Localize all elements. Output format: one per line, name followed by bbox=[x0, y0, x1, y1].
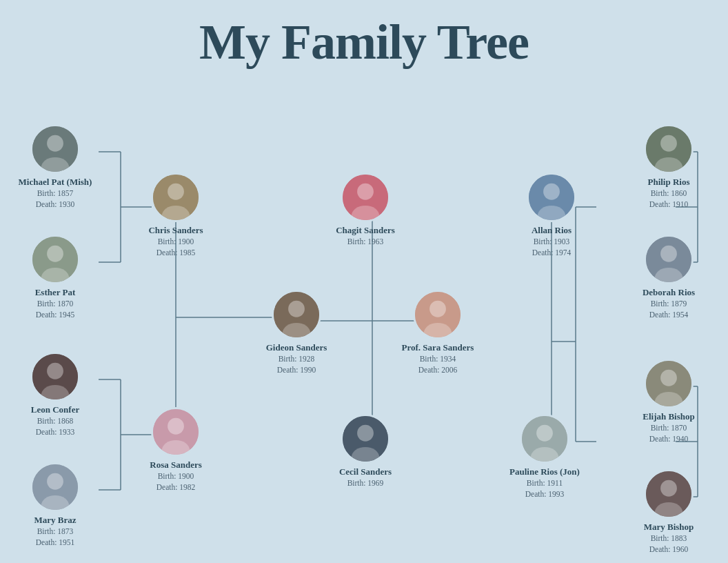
svg-point-34 bbox=[47, 135, 63, 152]
person-avatar bbox=[30, 235, 80, 284]
person-name: Cecil Sanders bbox=[339, 466, 392, 477]
person-avatar bbox=[644, 359, 694, 408]
person-info: Mary Braz Birth: 1873Death: 1951 bbox=[34, 515, 76, 548]
person-birth: Birth: 1900 bbox=[150, 471, 202, 482]
person-birth: Birth: 1911 bbox=[509, 477, 580, 488]
svg-point-46 bbox=[47, 473, 63, 490]
person-birth: Birth: 1934 bbox=[402, 353, 474, 364]
person-death: Death: 1945 bbox=[35, 309, 76, 320]
person-avatar bbox=[151, 172, 201, 222]
person-info: Chris Sanders Birth: 1900Death: 1985 bbox=[148, 225, 203, 258]
person-info: Rosa Sanders Birth: 1900Death: 1982 bbox=[150, 460, 202, 493]
person-philip: Philip Rios Birth: 1860Death: 1910 bbox=[627, 124, 710, 210]
person-mary_braz: Mary Braz Birth: 1873Death: 1951 bbox=[14, 462, 97, 548]
person-name: Mary Braz bbox=[34, 515, 76, 526]
person-name: Esther Pat bbox=[35, 287, 76, 298]
person-pauline: Pauline Rios (Jon) Birth: 1911Death: 199… bbox=[503, 414, 586, 500]
person-birth: Birth: 1969 bbox=[339, 477, 392, 488]
person-info: Chagit Sanders Birth: 1963 bbox=[336, 225, 395, 247]
person-info: Mary Bishop Birth: 1883Death: 1960 bbox=[644, 522, 694, 555]
person-info: Elijah Bishop Birth: 1870Death: 1940 bbox=[643, 411, 695, 444]
person-chris: Chris Sanders Birth: 1900Death: 1985 bbox=[134, 172, 217, 258]
person-death: Death: 1910 bbox=[647, 199, 689, 210]
person-esther: Esther Pat Birth: 1870Death: 1945 bbox=[14, 235, 97, 320]
person-avatar bbox=[644, 124, 694, 174]
person-info: Deborah Rios Birth: 1879Death: 1954 bbox=[643, 287, 695, 320]
person-avatar bbox=[272, 290, 321, 339]
person-info: Cecil Sanders Birth: 1969 bbox=[339, 466, 392, 488]
person-birth: Birth: 1903 bbox=[532, 236, 572, 247]
person-birth: Birth: 1963 bbox=[336, 236, 395, 247]
person-info: Leon Confer Birth: 1868Death: 1933 bbox=[31, 404, 79, 437]
person-name: Leon Confer bbox=[31, 404, 79, 415]
person-deborah: Deborah Rios Birth: 1879Death: 1954 bbox=[627, 235, 710, 320]
page-title: My Family Tree bbox=[0, 0, 728, 71]
person-death: Death: 1982 bbox=[150, 482, 202, 493]
person-birth: Birth: 1883 bbox=[644, 533, 694, 544]
person-birth: Birth: 1879 bbox=[643, 298, 695, 309]
person-mary_bishop: Mary Bishop Birth: 1883Death: 1960 bbox=[627, 469, 710, 555]
person-info: Pauline Rios (Jon) Birth: 1911Death: 199… bbox=[509, 466, 580, 500]
person-birth: Birth: 1870 bbox=[35, 298, 76, 309]
person-death: Death: 1960 bbox=[644, 544, 694, 555]
person-death: Death: 1990 bbox=[266, 364, 327, 375]
person-birth: Birth: 1873 bbox=[34, 526, 76, 537]
person-name: Deborah Rios bbox=[643, 287, 695, 298]
svg-point-70 bbox=[660, 135, 677, 152]
person-death: Death: 1993 bbox=[509, 488, 580, 500]
person-birth: Birth: 1868 bbox=[31, 415, 79, 426]
person-rosa: Rosa Sanders Birth: 1900Death: 1982 bbox=[134, 407, 217, 493]
person-avatar bbox=[30, 352, 80, 402]
person-gideon: Gideon Sanders Birth: 1928Death: 1990 bbox=[255, 290, 338, 375]
person-birth: Birth: 1928 bbox=[266, 353, 327, 364]
person-name: Pauline Rios (Jon) bbox=[509, 466, 580, 477]
person-death: Death: 1933 bbox=[31, 426, 79, 437]
person-cecil: Cecil Sanders Birth: 1969 bbox=[324, 414, 407, 488]
person-name: Rosa Sanders bbox=[150, 460, 202, 471]
person-elijah: Elijah Bishop Birth: 1870Death: 1940 bbox=[627, 359, 710, 444]
person-avatar bbox=[527, 172, 576, 222]
svg-point-79 bbox=[660, 480, 677, 497]
person-avatar bbox=[151, 407, 201, 457]
person-info: Michael Pat (Mish) Birth: 1857Death: 193… bbox=[19, 177, 92, 210]
svg-point-67 bbox=[536, 425, 553, 442]
person-chagit: Chagit Sanders Birth: 1963 bbox=[324, 172, 407, 247]
person-name: Allan Rios bbox=[532, 225, 572, 236]
svg-point-37 bbox=[47, 246, 63, 262]
person-avatar bbox=[341, 172, 390, 222]
svg-point-52 bbox=[288, 301, 305, 317]
person-death: Death: 1974 bbox=[532, 247, 572, 258]
svg-point-55 bbox=[357, 184, 374, 200]
svg-point-40 bbox=[168, 184, 184, 200]
person-leon: Leon Confer Birth: 1868Death: 1933 bbox=[14, 352, 97, 437]
person-name: Elijah Bishop bbox=[643, 411, 695, 422]
person-birth: Birth: 1857 bbox=[19, 188, 92, 199]
person-birth: Birth: 1860 bbox=[647, 188, 689, 199]
svg-point-61 bbox=[357, 425, 374, 442]
svg-point-49 bbox=[168, 418, 184, 435]
person-avatar bbox=[644, 235, 694, 284]
person-birth: Birth: 1870 bbox=[643, 422, 695, 433]
svg-point-76 bbox=[660, 370, 677, 386]
person-name: Gideon Sanders bbox=[266, 342, 327, 353]
person-michael: Michael Pat (Mish) Birth: 1857Death: 193… bbox=[14, 124, 97, 210]
person-name: Philip Rios bbox=[647, 177, 689, 188]
person-avatar bbox=[644, 469, 694, 519]
person-avatar bbox=[520, 414, 569, 464]
svg-point-43 bbox=[47, 363, 63, 379]
person-info: Philip Rios Birth: 1860Death: 1910 bbox=[647, 177, 689, 210]
person-name: Mary Bishop bbox=[644, 522, 694, 533]
person-info: Allan Rios Birth: 1903Death: 1974 bbox=[532, 225, 572, 258]
person-avatar bbox=[413, 290, 463, 339]
svg-point-73 bbox=[660, 246, 677, 262]
svg-point-58 bbox=[429, 301, 446, 317]
person-info: Esther Pat Birth: 1870Death: 1945 bbox=[35, 287, 76, 320]
person-death: Death: 1985 bbox=[148, 247, 203, 258]
person-avatar bbox=[30, 462, 80, 512]
person-avatar bbox=[341, 414, 390, 464]
person-name: Chagit Sanders bbox=[336, 225, 395, 236]
person-allan: Allan Rios Birth: 1903Death: 1974 bbox=[510, 172, 593, 258]
person-death: Death: 1951 bbox=[34, 537, 76, 548]
svg-point-64 bbox=[543, 184, 560, 200]
person-name: Chris Sanders bbox=[148, 225, 203, 236]
